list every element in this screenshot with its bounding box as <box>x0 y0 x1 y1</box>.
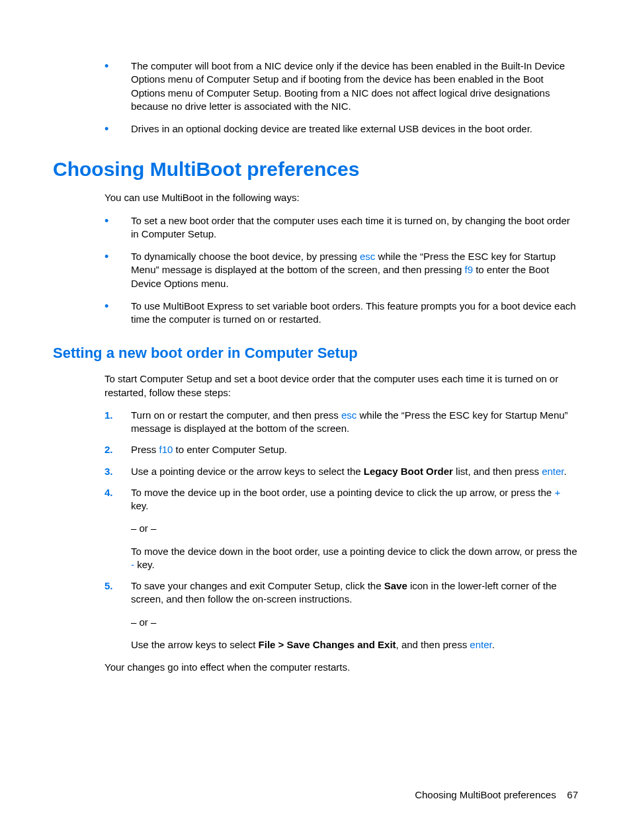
text: To move the device down in the boot orde… <box>131 546 577 557</box>
steps-list: Turn on or restart the computer, and the… <box>105 409 578 651</box>
sub-text: To move the device down in the boot orde… <box>131 545 578 572</box>
list-item: Drives in an optional docking device are… <box>105 122 578 136</box>
list-item: To dynamically choose the boot device, b… <box>105 250 578 290</box>
step-item: To save your changes and exit Computer S… <box>105 579 578 651</box>
text: list, and then press <box>453 466 542 477</box>
top-bullet-list: The computer will boot from a NIC device… <box>105 60 578 136</box>
key-enter: enter <box>542 466 564 477</box>
bold-text: Legacy Boot Order <box>364 466 453 477</box>
document-page: The computer will boot from a NIC device… <box>0 0 631 840</box>
key-esc: esc <box>360 251 375 262</box>
step-item: Press f10 to enter Computer Setup. <box>105 443 578 456</box>
text: , and then press <box>396 639 470 650</box>
or-separator: – or – <box>131 522 578 535</box>
bold-text: File > Save Changes and Exit <box>259 639 396 650</box>
text: to enter Computer Setup. <box>173 444 287 455</box>
text: . <box>564 466 567 477</box>
text: Use a pointing device or the arrow keys … <box>131 466 364 477</box>
key-f10: f10 <box>159 444 173 455</box>
page-number: 67 <box>567 789 578 800</box>
page-footer: Choosing MultiBoot preferences 67 <box>415 789 578 800</box>
heading-2: Setting a new boot order in Computer Set… <box>53 345 578 362</box>
list-item: To use MultiBoot Express to set variable… <box>105 300 578 327</box>
text: To dynamically choose the boot device, b… <box>131 251 360 262</box>
key-esc: esc <box>341 409 357 421</box>
content-block: The computer will boot from a NIC device… <box>105 60 578 674</box>
step-item: To move the device up in the boot order,… <box>105 486 578 571</box>
list-item: To set a new boot order that the compute… <box>105 214 578 241</box>
bold-text: Save <box>384 580 407 591</box>
key-enter: enter <box>470 639 491 650</box>
text: . <box>492 639 495 650</box>
text: Turn on or restart the computer, and the… <box>131 409 341 421</box>
sub-text: Use the arrow keys to select File > Save… <box>131 638 578 651</box>
list-item: The computer will boot from a NIC device… <box>105 60 578 113</box>
key-f9: f9 <box>464 264 473 275</box>
text: Use the arrow keys to select <box>131 639 259 650</box>
text: key. <box>134 559 155 570</box>
text: To move the device up in the boot order,… <box>131 487 554 498</box>
footer-title: Choosing MultiBoot preferences <box>415 789 556 800</box>
step-item: Use a pointing device or the arrow keys … <box>105 465 578 478</box>
key-plus: + <box>554 487 560 498</box>
preferences-list: To set a new boot order that the compute… <box>105 214 578 327</box>
intro-paragraph: You can use MultiBoot in the following w… <box>105 191 578 204</box>
text: To save your changes and exit Computer S… <box>131 580 384 591</box>
heading-1: Choosing MultiBoot preferences <box>53 158 578 181</box>
closing-paragraph: Your changes go into effect when the com… <box>105 661 578 674</box>
or-separator: – or – <box>131 616 578 629</box>
text: key. <box>131 500 148 511</box>
step-item: Turn on or restart the computer, and the… <box>105 409 578 436</box>
intro-paragraph-2: To start Computer Setup and set a boot d… <box>105 372 578 399</box>
text: Press <box>131 444 159 455</box>
